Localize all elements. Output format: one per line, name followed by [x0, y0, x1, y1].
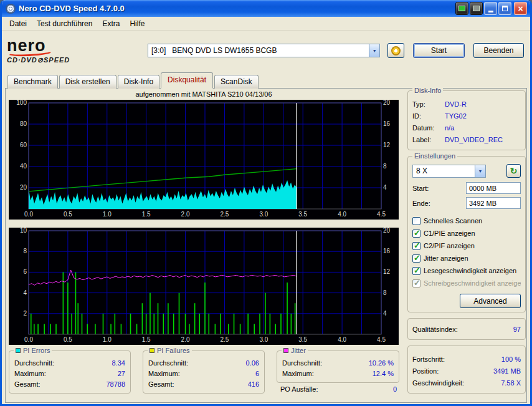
svg-text:0.5: 0.5 [64, 211, 72, 218]
start-button[interactable]: Start [413, 43, 465, 58]
svg-text:6: 6 [23, 268, 27, 275]
drive-select[interactable]: [3:0] BENQ DVD LS DW1655 BCGB ▼ [148, 44, 380, 57]
svg-text:1.0: 1.0 [103, 336, 112, 343]
svg-text:1.5: 1.5 [142, 211, 151, 218]
pif-max-row: Maximum:6 [148, 369, 259, 379]
refresh-button[interactable]: ↻ [506, 164, 521, 178]
jitter-pif-chart: 246810481216200.00.51.01.52.02.53.03.54.… [9, 228, 399, 345]
jitter-column: Jitter Durchschnitt:10.26 % Maximum:12.4… [277, 350, 399, 394]
app-window: Nero CD-DVD Speed 4.7.0.0 × Datei Test d… [0, 0, 532, 406]
quit-button[interactable]: Beenden [473, 43, 524, 58]
tab-diskqualitaet[interactable]: Diskqualität [161, 72, 213, 89]
svg-text:2: 2 [23, 310, 27, 317]
screen-icon [458, 6, 465, 11]
disk-typ-row: Typ:DVD-R [412, 99, 521, 110]
svg-text:16: 16 [383, 248, 391, 254]
svg-text:4.5: 4.5 [377, 336, 386, 343]
start-position-field[interactable] [466, 182, 521, 194]
svg-text:4.0: 4.0 [338, 336, 346, 343]
svg-text:4.0: 4.0 [338, 211, 346, 218]
svg-text:3.0: 3.0 [259, 336, 268, 343]
tab-disk-info[interactable]: Disk-Info [118, 75, 159, 89]
quality-index-row: Qualitätsindex:97 [412, 324, 521, 335]
side-column: Disk-Info Typ:DVD-R ID:TYG02 Datum:n/a L… [407, 90, 526, 400]
quality-index-group: Qualitätsindex:97 [407, 318, 526, 340]
disk-datum-row: Datum:n/a [412, 122, 521, 134]
jitter-max-row: Maximum:12.4 % [282, 369, 394, 379]
svg-text:60: 60 [20, 142, 27, 148]
minimize-icon [488, 11, 493, 12]
tab-bar: Benchmark Disk erstellen Disk-Info Diskq… [7, 72, 530, 88]
pif-avg-row: Durchschnitt:0.06 [148, 358, 259, 369]
jitter-avg-row: Durchschnitt:10.26 % [282, 358, 394, 369]
tab-benchmark[interactable]: Benchmark [7, 75, 58, 89]
svg-text:8: 8 [383, 289, 387, 296]
pif-legend-icon [150, 348, 154, 353]
tab-scandisk[interactable]: ScanDisk [214, 75, 259, 89]
end-position-field[interactable] [466, 197, 521, 209]
app-icon [6, 4, 16, 14]
screen-icon [473, 6, 480, 11]
checkbox-icon: ✓ [412, 267, 420, 275]
svg-text:40: 40 [20, 163, 27, 170]
checkbox-icon: ✓ [412, 242, 420, 250]
drive-select-arrow[interactable]: ▼ [369, 44, 379, 57]
checkbox-c2-pif[interactable]: ✓ C2/PIF anzeigen [412, 239, 521, 252]
menu-datei[interactable]: Datei [4, 18, 32, 29]
disk-label-row: Label:DVD_VIDEO_REC [412, 134, 521, 146]
checkbox-c1-pie[interactable]: ✓ C1/PIE anzeigen [412, 227, 521, 239]
stats-row: PI Errors Durchschnitt:8.34 Maximum:27 G… [9, 350, 402, 394]
svg-text:3.5: 3.5 [298, 211, 307, 218]
pi-errors-box: PI Errors Durchschnitt:8.34 Maximum:27 G… [9, 350, 131, 394]
checkbox-jitter[interactable]: ✓ Jitter anzeigen [412, 252, 521, 264]
menu-hilfe[interactable]: Hilfe [125, 18, 150, 29]
drive-select-value: [3:0] BENQ DVD LS DW1655 BCGB [148, 46, 369, 55]
svg-text:20: 20 [20, 184, 27, 191]
refresh-icon: ↻ [510, 166, 518, 176]
pie-avg-row: Durchschnitt:8.34 [14, 358, 125, 369]
advanced-button[interactable]: Advanced [460, 294, 521, 308]
progress-row: Fortschritt:100 % [412, 354, 521, 365]
svg-text:12: 12 [383, 268, 391, 275]
svg-text:0.5: 0.5 [64, 336, 72, 343]
settings-title: Einstellungen [414, 152, 455, 160]
menu-extra[interactable]: Extra [97, 18, 125, 29]
jitter-box-title: Jitter [291, 347, 306, 354]
close-icon: × [518, 4, 523, 13]
eject-disc-button[interactable] [387, 43, 404, 58]
svg-text:4.5: 4.5 [377, 211, 386, 218]
svg-text:2.0: 2.0 [181, 211, 190, 218]
pi-failures-box: PI Failures Durchschnitt:0.06 Maximum:6 … [143, 350, 265, 394]
svg-text:10: 10 [20, 228, 27, 234]
checkbox-lesegeschwindigkeit[interactable]: ✓ Lesegeschwindigkeit anzeigen [412, 264, 521, 277]
menu-test-durchfuehren[interactable]: Test durchführen [32, 18, 97, 29]
scan-speed-select[interactable]: 8 X ▼ [412, 165, 486, 178]
svg-text:4: 4 [383, 310, 387, 317]
minimize-button[interactable] [484, 2, 497, 15]
titlebar-utility-button-1[interactable] [455, 2, 468, 15]
checkbox-icon: ✓ [412, 279, 420, 288]
svg-text:80: 80 [20, 120, 27, 127]
scan-speed-value: 8 X [413, 167, 475, 175]
disk-id-row: ID:TYG02 [412, 110, 521, 122]
svg-text:3.5: 3.5 [298, 336, 307, 343]
titlebar-utility-button-2[interactable] [470, 2, 483, 15]
jitter-box: Jitter Durchschnitt:10.26 % Maximum:12.4… [277, 350, 399, 383]
maximize-button[interactable] [498, 2, 511, 15]
checkbox-icon: ✓ [412, 217, 420, 225]
titlebar[interactable]: Nero CD-DVD Speed 4.7.0.0 × [2, 0, 530, 17]
scan-speed-arrow[interactable]: ▼ [475, 165, 485, 177]
svg-text:12: 12 [383, 142, 391, 148]
maximize-icon [502, 6, 508, 11]
pif-box-title: PI Failures [157, 347, 190, 354]
pie-total-row: Gesamt:78788 [14, 379, 125, 390]
close-button[interactable]: × [514, 2, 527, 15]
po-failures-row: PO Ausfälle:0 [277, 385, 399, 393]
tab-disk-erstellen[interactable]: Disk erstellen [59, 75, 116, 89]
checkbox-schnelles-scannen[interactable]: ✓ Schnelles Scannen [412, 215, 521, 227]
svg-text:20: 20 [383, 100, 391, 106]
nero-logo: nero CD·DVD⊘SPEED [7, 37, 139, 64]
svg-text:3.0: 3.0 [259, 211, 268, 218]
pie-legend-icon [16, 348, 21, 353]
svg-text:2.5: 2.5 [220, 211, 229, 218]
